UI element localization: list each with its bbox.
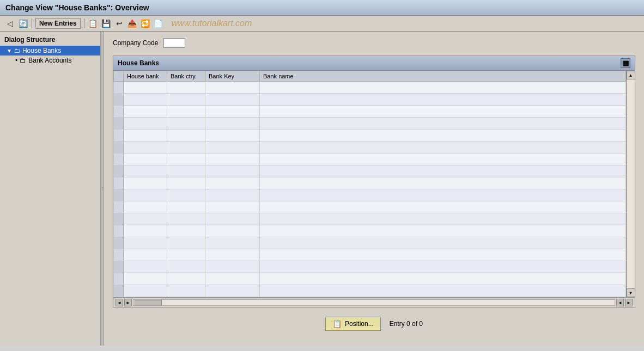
- cell-bank-key[interactable]: [205, 153, 260, 165]
- cell-bank-ctry[interactable]: [167, 118, 205, 130]
- cell-bank-name[interactable]: [260, 225, 626, 237]
- save-icon[interactable]: 💾: [101, 18, 112, 29]
- cell-house-bank[interactable]: [124, 165, 167, 177]
- cell-bank-ctry[interactable]: [167, 189, 205, 201]
- cell-bank-ctry[interactable]: [167, 165, 205, 177]
- cell-bank-key[interactable]: [205, 106, 260, 118]
- cell-bank-name[interactable]: [260, 201, 626, 213]
- cell-house-bank[interactable]: [124, 273, 167, 285]
- cell-house-bank[interactable]: [124, 225, 167, 237]
- cell-bank-ctry[interactable]: [167, 201, 205, 213]
- cell-bank-name[interactable]: [260, 213, 626, 225]
- cell-bank-name[interactable]: [260, 94, 626, 106]
- cell-bank-key[interactable]: [205, 261, 260, 273]
- cell-bank-key[interactable]: [205, 225, 260, 237]
- cell-bank-name[interactable]: [260, 189, 626, 201]
- cell-bank-key[interactable]: [205, 177, 260, 189]
- cell-bank-ctry[interactable]: [167, 82, 205, 94]
- refresh-icon[interactable]: 🔁: [140, 18, 151, 29]
- cell-bank-name[interactable]: [260, 141, 626, 153]
- cell-bank-ctry[interactable]: [167, 249, 205, 261]
- copy-icon[interactable]: 📋: [88, 18, 99, 29]
- cell-bank-name[interactable]: [260, 82, 626, 94]
- cell-bank-name[interactable]: [260, 249, 626, 261]
- toolbar: ◁ 🔄 New Entries 📋 💾 ↩ 📤 🔁 📄 www.tutorial…: [0, 16, 644, 32]
- scroll-up-button[interactable]: ▲: [627, 71, 635, 79]
- cell-house-bank[interactable]: [124, 153, 167, 165]
- cell-bank-name[interactable]: [260, 118, 626, 130]
- cell-bank-key[interactable]: [205, 118, 260, 130]
- sidebar-item-house-banks[interactable]: ▼ 🗀 House Banks: [0, 46, 100, 56]
- cell-bank-name[interactable]: [260, 165, 626, 177]
- cell-bank-key[interactable]: [205, 94, 260, 106]
- cell-house-bank[interactable]: [124, 213, 167, 225]
- cell-house-bank[interactable]: [124, 237, 167, 249]
- house-banks-folder-icon: 🗀: [14, 47, 20, 54]
- cell-house-bank[interactable]: [124, 130, 167, 141]
- undo-icon[interactable]: ↩: [114, 18, 125, 29]
- scroll-track-v[interactable]: [627, 79, 635, 288]
- cell-bank-ctry[interactable]: [167, 261, 205, 273]
- scroll-left-button[interactable]: ◄: [116, 299, 123, 306]
- cell-bank-ctry[interactable]: [167, 141, 205, 153]
- cell-bank-name[interactable]: [260, 153, 626, 165]
- cell-bank-key[interactable]: [205, 237, 260, 249]
- scroll-right-button[interactable]: ►: [124, 299, 132, 306]
- cell-bank-ctry[interactable]: [167, 177, 205, 189]
- cell-house-bank[interactable]: [124, 249, 167, 261]
- cell-bank-name[interactable]: [260, 106, 626, 118]
- column-settings-icon[interactable]: ▦: [621, 58, 630, 68]
- forward-icon[interactable]: 🔄: [17, 18, 28, 29]
- scroll-down-button[interactable]: ▼: [627, 288, 635, 297]
- cell-bank-key[interactable]: [205, 130, 260, 141]
- cell-bank-ctry[interactable]: [167, 237, 205, 249]
- cell-bank-key[interactable]: [205, 201, 260, 213]
- cell-bank-name[interactable]: [260, 177, 626, 189]
- cell-house-bank[interactable]: [124, 141, 167, 153]
- cell-house-bank[interactable]: [124, 261, 167, 273]
- cell-bank-key[interactable]: [205, 273, 260, 285]
- cell-bank-key[interactable]: [205, 165, 260, 177]
- cell-bank-name[interactable]: [260, 285, 626, 297]
- cell-house-bank[interactable]: [124, 106, 167, 118]
- cell-bank-ctry[interactable]: [167, 273, 205, 285]
- cell-house-bank[interactable]: [124, 82, 167, 94]
- cell-bank-ctry[interactable]: [167, 213, 205, 225]
- scroll-track-h[interactable]: [133, 299, 615, 306]
- scroll-left-button-2[interactable]: ◄: [616, 299, 624, 306]
- new-entries-button[interactable]: New Entries: [35, 18, 81, 29]
- cell-bank-ctry[interactable]: [167, 153, 205, 165]
- cell-bank-ctry[interactable]: [167, 225, 205, 237]
- cell-house-bank[interactable]: [124, 285, 167, 297]
- info-icon[interactable]: 📄: [153, 18, 164, 29]
- cell-bank-ctry[interactable]: [167, 94, 205, 106]
- cell-house-bank[interactable]: [124, 189, 167, 201]
- cell-bank-key[interactable]: [205, 213, 260, 225]
- cell-bank-name[interactable]: [260, 261, 626, 273]
- cell-bank-ctry[interactable]: [167, 130, 205, 141]
- cell-house-bank[interactable]: [124, 201, 167, 213]
- position-button[interactable]: 📋 Position...: [325, 317, 381, 331]
- cell-bank-key[interactable]: [205, 189, 260, 201]
- scroll-thumb-h[interactable]: [135, 300, 162, 305]
- cell-house-bank[interactable]: [124, 177, 167, 189]
- back-icon[interactable]: ◁: [4, 18, 15, 29]
- scroll-right-button-2[interactable]: ►: [625, 299, 633, 306]
- sidebar-item-bank-accounts[interactable]: • 🗀 Bank Accounts: [0, 56, 100, 65]
- cell-bank-ctry[interactable]: [167, 106, 205, 118]
- cell-house-bank[interactable]: [124, 118, 167, 130]
- vertical-scrollbar[interactable]: ▲ ▼: [626, 71, 635, 297]
- row-number: [114, 141, 124, 153]
- cell-bank-ctry[interactable]: [167, 285, 205, 297]
- cell-bank-key[interactable]: [205, 82, 260, 94]
- move-icon[interactable]: 📤: [127, 18, 138, 29]
- cell-bank-name[interactable]: [260, 237, 626, 249]
- cell-bank-name[interactable]: [260, 130, 626, 141]
- company-code-input[interactable]: [163, 38, 185, 48]
- row-number: [114, 261, 124, 273]
- cell-bank-name[interactable]: [260, 273, 626, 285]
- cell-bank-key[interactable]: [205, 249, 260, 261]
- cell-house-bank[interactable]: [124, 94, 167, 106]
- cell-bank-key[interactable]: [205, 141, 260, 153]
- cell-bank-key[interactable]: [205, 285, 260, 297]
